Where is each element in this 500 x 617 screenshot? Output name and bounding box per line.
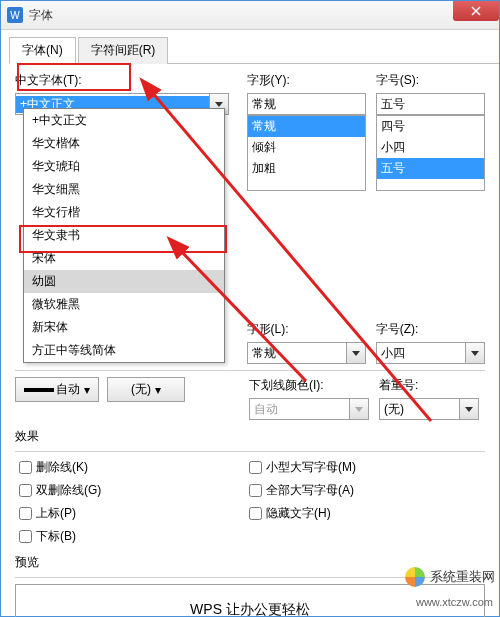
chevron-down-icon: ▾ (155, 383, 161, 397)
dstrike-checkbox-row: 双删除线(G) (15, 481, 245, 500)
style-value: 常规 (248, 96, 365, 113)
hidden-checkbox-row: 隐藏文字(H) (245, 504, 475, 523)
close-button[interactable] (453, 1, 499, 21)
underline-color-label: 下划线颜色(I): (249, 377, 369, 394)
font-color-button[interactable]: 自动 ▾ (15, 377, 99, 402)
size-option[interactable]: 四号 (377, 116, 484, 137)
font-option[interactable]: 华文细黑 (24, 178, 224, 201)
latin-size-value: 小四 (377, 345, 465, 362)
size-option[interactable]: 小四 (377, 137, 484, 158)
hidden-checkbox[interactable] (249, 507, 262, 520)
super-checkbox-row: 上标(P) (15, 504, 245, 523)
font-dialog: W 字体 字体(N) 字符间距(R) 中文字体(T): +中文正文 字形(Y): (0, 0, 500, 617)
window-title: 字体 (29, 7, 53, 24)
super-checkbox[interactable] (19, 507, 32, 520)
style-label: 字形(Y): (247, 72, 366, 89)
preview-box: WPS 让办公更轻松 (15, 584, 485, 617)
super-label: 上标(P) (36, 505, 76, 522)
font-option[interactable]: 微软雅黑 (24, 293, 224, 316)
underline-none-label: (无) (131, 381, 151, 398)
allcaps-label: 全部大写字母(A) (266, 482, 354, 499)
color-auto-label: 自动 (56, 381, 80, 398)
size-option[interactable]: 五号 (377, 158, 484, 179)
watermark-url: www.xtczw.com (416, 596, 493, 608)
hidden-label: 隐藏文字(H) (266, 505, 331, 522)
color-swatch (24, 388, 54, 392)
latin-style-combo[interactable]: 常规 (247, 342, 366, 364)
separator (15, 451, 485, 452)
font-option[interactable]: 宋体 (24, 247, 224, 270)
sub-checkbox[interactable] (19, 530, 32, 543)
watermark-logo-icon (404, 566, 426, 588)
allcaps-checkbox[interactable] (249, 484, 262, 497)
latin-size-label: 字号(Z): (376, 321, 485, 338)
effects-section-label: 效果 (15, 428, 485, 445)
content-panel: 中文字体(T): +中文正文 字形(Y): 常规 常规 倾斜 加粗 (1, 64, 499, 617)
chevron-down-icon (215, 102, 223, 107)
allcaps-checkbox-row: 全部大写字母(A) (245, 481, 475, 500)
sub-checkbox-row: 下标(B) (15, 527, 245, 546)
separator (15, 370, 485, 371)
chevron-down-icon (465, 407, 473, 412)
chevron-down-icon (352, 351, 360, 356)
latin-size-combo[interactable]: 小四 (376, 342, 485, 364)
dropdown-arrow[interactable] (459, 399, 478, 419)
emphasis-combo[interactable]: (无) (379, 398, 479, 420)
style-option[interactable]: 倾斜 (248, 137, 365, 158)
strike-checkbox[interactable] (19, 461, 32, 474)
smallcaps-checkbox[interactable] (249, 461, 262, 474)
chinese-font-dropdown-list[interactable]: +中文正文 华文楷体 华文琥珀 华文细黑 华文行楷 华文隶书 宋体 幼圆 微软雅… (23, 108, 225, 363)
font-option[interactable]: 方正中等线简体 (24, 339, 224, 362)
latin-style-label: 字形(L): (247, 321, 366, 338)
size-value: 五号 (377, 96, 484, 113)
dstrike-label: 双删除线(G) (36, 482, 101, 499)
style-option[interactable]: 加粗 (248, 158, 365, 179)
watermark-text: 系统重装网 (430, 568, 495, 586)
dropdown-arrow[interactable] (346, 343, 365, 363)
smallcaps-label: 小型大写字母(M) (266, 459, 356, 476)
strike-label: 删除线(K) (36, 459, 88, 476)
tab-bar: 字体(N) 字符间距(R) (9, 36, 499, 64)
size-label: 字号(S): (376, 72, 485, 89)
style-option[interactable]: 常规 (248, 116, 365, 137)
smallcaps-checkbox-row: 小型大写字母(M) (245, 458, 475, 477)
latin-style-value: 常规 (248, 345, 346, 362)
size-input[interactable]: 五号 (376, 93, 485, 115)
underline-color-value: 自动 (250, 401, 349, 418)
emphasis-label: 着重号: (379, 377, 479, 394)
chevron-down-icon: ▾ (84, 383, 90, 397)
style-listbox[interactable]: 常规 倾斜 加粗 (247, 115, 366, 191)
preview-text: WPS 让办公更轻松 (190, 601, 310, 617)
font-option[interactable]: 新宋体 (24, 316, 224, 339)
emphasis-value: (无) (380, 401, 459, 418)
app-icon: W (7, 7, 23, 23)
font-option[interactable]: 华文琥珀 (24, 155, 224, 178)
close-icon (471, 6, 481, 16)
sub-label: 下标(B) (36, 528, 76, 545)
font-option[interactable]: +中文正文 (24, 109, 224, 132)
chevron-down-icon (471, 351, 479, 356)
chinese-font-label: 中文字体(T): (15, 72, 229, 89)
dropdown-arrow[interactable] (465, 343, 484, 363)
dropdown-arrow (349, 399, 368, 419)
underline-style-button[interactable]: (无) ▾ (107, 377, 185, 402)
font-option[interactable]: 幼圆 (24, 270, 224, 293)
style-input[interactable]: 常规 (247, 93, 366, 115)
underline-color-combo: 自动 (249, 398, 369, 420)
chevron-down-icon (355, 407, 363, 412)
titlebar: W 字体 (1, 1, 499, 30)
font-option[interactable]: 华文楷体 (24, 132, 224, 155)
font-option[interactable]: 华文隶书 (24, 224, 224, 247)
strike-checkbox-row: 删除线(K) (15, 458, 245, 477)
tab-spacing[interactable]: 字符间距(R) (78, 37, 169, 64)
font-option[interactable]: 华文行楷 (24, 201, 224, 224)
size-listbox[interactable]: 四号 小四 五号 (376, 115, 485, 191)
color-row: 自动 ▾ (无) ▾ 下划线颜色(I): 自动 着重号: (无) (15, 377, 485, 420)
tab-font[interactable]: 字体(N) (9, 37, 76, 64)
dstrike-checkbox[interactable] (19, 484, 32, 497)
watermark: 系统重装网 (404, 566, 495, 588)
